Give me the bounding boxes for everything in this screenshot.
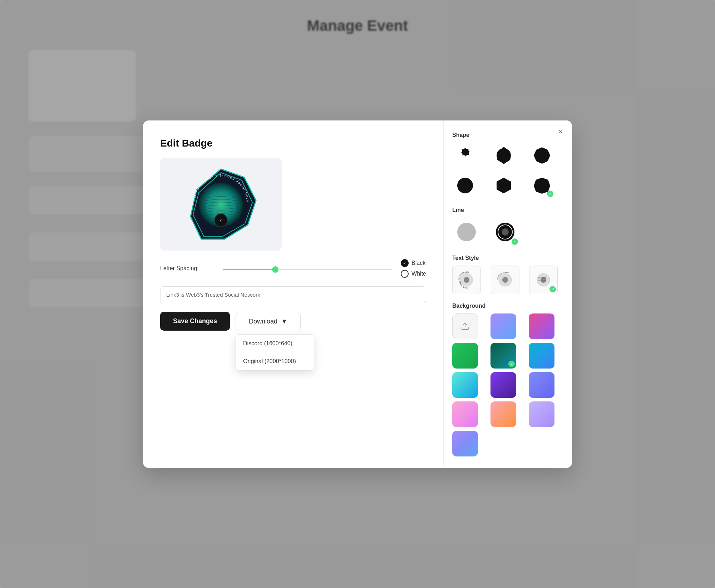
svg-point-11 (501, 147, 506, 152)
letter-spacing-label: Letter Spacing: (160, 265, 217, 272)
badge-preview: ‹ Link3 is Web3's Trusted Social Network (160, 158, 282, 251)
bg-item-7[interactable] (490, 372, 516, 398)
text-style-item-arc2[interactable]: abcabcabcabcabc (491, 266, 519, 294)
radio-black[interactable]: Black (401, 259, 426, 267)
shape-item-octagon-smooth[interactable] (529, 173, 555, 198)
bg-item-3[interactable] (452, 343, 478, 369)
svg-point-22 (464, 277, 469, 283)
svg-marker-16 (534, 178, 550, 194)
svg-point-26 (502, 277, 508, 283)
bg-item-11[interactable] (529, 401, 554, 427)
line-grid (452, 218, 563, 246)
line-section: Line (452, 207, 563, 246)
svg-text:a b c a b c: a b c a b c (538, 280, 546, 282)
background-section-title: Background (452, 303, 563, 309)
svg-point-7 (497, 151, 502, 156)
svg-text:‹: ‹ (220, 217, 222, 223)
download-button[interactable]: Download ▼ (236, 312, 301, 331)
bg-item-6[interactable] (452, 372, 478, 398)
bg-item-9[interactable] (452, 401, 478, 427)
slider-container (223, 265, 392, 272)
left-panel: Edit Badge (143, 120, 443, 468)
svg-marker-15 (497, 178, 511, 193)
background-grid (452, 313, 563, 456)
edit-badge-modal: × Edit Badge (143, 120, 572, 468)
shape-section: Shape (452, 132, 563, 198)
line-item-double[interactable] (491, 218, 519, 246)
download-dropdown: Download ▼ Discord (1600*640) Original (… (236, 312, 301, 331)
radio-white-label: White (411, 271, 426, 277)
svg-point-14 (457, 178, 473, 193)
radio-white-circle (401, 270, 409, 278)
shape-section-title: Shape (452, 132, 563, 138)
text-style-item-straight[interactable]: a b c a b c a b c a b c (529, 266, 558, 294)
action-row: Save Changes Download ▼ Discord (1600*64… (160, 312, 426, 331)
shape-item-flower[interactable] (452, 143, 478, 168)
download-dropdown-menu: Discord (1600*640) Original (2000*1000) (236, 334, 314, 371)
text-style-section-title: Text Style (452, 255, 563, 261)
shape-grid (452, 143, 563, 198)
download-chevron-icon: ▼ (281, 318, 287, 325)
svg-point-12 (501, 159, 506, 164)
bg-item-5[interactable] (529, 343, 554, 369)
dropdown-item-original[interactable]: Original (2000*1000) (236, 352, 314, 370)
svg-point-20 (502, 228, 509, 236)
color-radio-group: Black White (401, 259, 426, 278)
bg-item-10[interactable] (490, 401, 516, 427)
text-style-section: Text Style abcabcabcabc (452, 255, 563, 294)
svg-text:a b c a b c: a b c a b c (538, 277, 546, 279)
dropdown-item-discord[interactable]: Discord (1600*640) (236, 335, 314, 352)
line-item-single[interactable] (452, 218, 481, 246)
radio-white[interactable]: White (401, 270, 426, 278)
badge-text-input[interactable] (160, 286, 426, 303)
shape-item-hexagon[interactable] (491, 173, 517, 198)
bg-item-1[interactable] (490, 313, 516, 339)
bg-item-2[interactable] (529, 313, 554, 339)
close-button[interactable]: × (555, 126, 566, 138)
text-style-grid: abcabcabcabc abcabcabcabc (452, 266, 563, 294)
svg-point-8 (506, 151, 511, 156)
bg-item-8[interactable] (529, 372, 554, 398)
radio-black-circle (401, 259, 409, 267)
radio-black-label: Black (411, 260, 425, 266)
right-panel: Shape (443, 120, 572, 468)
svg-point-9 (497, 156, 502, 161)
upload-icon (461, 322, 469, 331)
save-changes-button[interactable]: Save Changes (160, 312, 230, 331)
modal-overlay: × Edit Badge (0, 0, 715, 588)
letter-spacing-slider[interactable] (223, 269, 392, 270)
background-section: Background (452, 303, 563, 456)
svg-point-10 (506, 156, 511, 161)
modal-title: Edit Badge (160, 138, 426, 149)
svg-point-17 (457, 223, 476, 241)
svg-marker-13 (534, 147, 550, 164)
shape-item-circle[interactable] (452, 173, 478, 198)
line-section-title: Line (452, 207, 563, 213)
bg-item-4[interactable] (490, 343, 516, 369)
shape-item-octagon-rough[interactable] (529, 143, 555, 168)
letter-spacing-and-radio-row: Letter Spacing: Black White (160, 259, 426, 278)
bg-item-upload[interactable] (452, 313, 478, 339)
text-style-item-arc1[interactable]: abcabcabcabc abcabcabcabc (452, 266, 481, 294)
shape-item-cloud[interactable] (491, 143, 517, 168)
badge-svg: ‹ Link3 is Web3's Trusted Social Network (182, 165, 260, 243)
bg-item-12[interactable] (452, 431, 478, 456)
download-button-label: Download (249, 318, 277, 325)
